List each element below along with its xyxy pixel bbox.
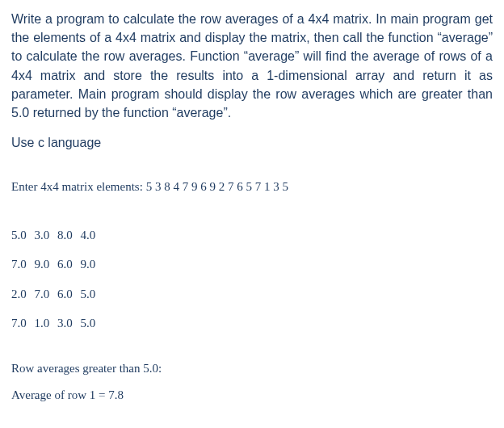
language-instruction: Use c language	[11, 133, 493, 152]
matrix-cell: 4.0	[81, 229, 96, 241]
matrix-cell: 3.0	[35, 229, 50, 241]
matrix-cell: 9.0	[35, 258, 50, 271]
matrix-cell: 1.0	[35, 317, 50, 329]
question-text: Write a program to calculate the row ave…	[11, 10, 493, 122]
matrix-row: 7.0 1.0 3.0 5.0	[11, 316, 493, 332]
matrix-row: 5.0 3.0 8.0 4.0	[11, 228, 493, 244]
result-heading: Row averages greater than 5.0:	[11, 361, 493, 377]
matrix-cell: 3.0	[57, 317, 73, 329]
matrix-display: 5.0 3.0 8.0 4.0 7.0 9.0 6.0 9.0 2.0 7.0 …	[11, 228, 493, 332]
matrix-cell: 5.0	[11, 229, 27, 241]
matrix-cell: 7.0	[11, 317, 27, 329]
matrix-cell: 6.0	[57, 258, 73, 271]
matrix-cell: 5.0	[81, 317, 96, 329]
matrix-cell: 8.0	[57, 229, 73, 241]
matrix-row: 7.0 9.0 6.0 9.0	[11, 257, 493, 273]
matrix-cell: 9.0	[81, 258, 96, 271]
input-prompt-line: Enter 4x4 matrix elements: 5 3 8 4 7 9 6…	[11, 179, 493, 195]
prompt-values: 5 3 8 4 7 9 6 9 2 7 6 5 7 1 3 5	[146, 180, 288, 193]
prompt-label: Enter 4x4 matrix elements:	[11, 180, 143, 193]
matrix-cell: 6.0	[57, 287, 73, 300]
matrix-row: 2.0 7.0 6.0 5.0	[11, 287, 493, 303]
matrix-cell: 7.0	[11, 258, 27, 271]
matrix-cell: 2.0	[11, 287, 27, 300]
matrix-cell: 7.0	[35, 287, 50, 300]
result-line: Average of row 1 = 7.8	[11, 388, 493, 404]
matrix-cell: 5.0	[81, 287, 96, 300]
